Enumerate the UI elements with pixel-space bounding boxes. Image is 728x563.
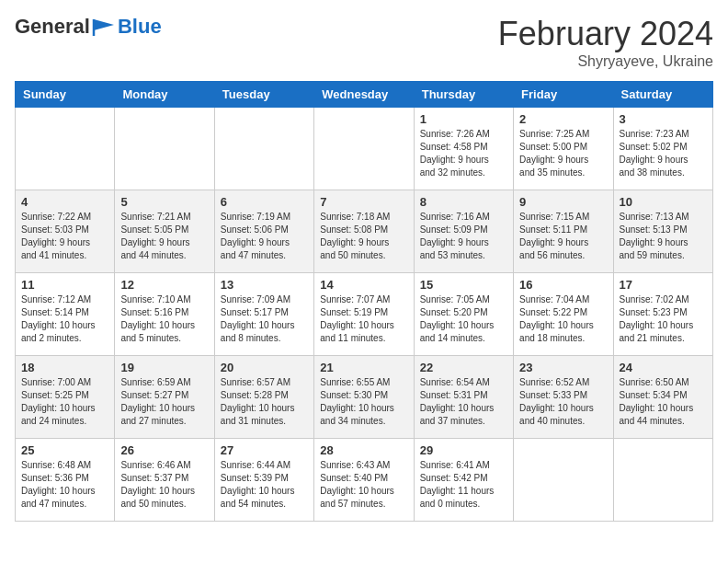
calendar-cell: 26Sunrise: 6:46 AM Sunset: 5:37 PM Dayli… xyxy=(115,439,214,522)
calendar-cell: 23Sunrise: 6:52 AM Sunset: 5:33 PM Dayli… xyxy=(514,356,613,439)
location: Shyryayeve, Ukraine xyxy=(498,53,713,70)
day-number: 9 xyxy=(519,195,607,209)
day-number: 10 xyxy=(620,195,707,209)
calendar-header-row: SundayMondayTuesdayWednesdayThursdayFrid… xyxy=(16,82,713,108)
logo-flag-icon xyxy=(92,17,116,38)
calendar-cell: 1Sunrise: 7:26 AM Sunset: 4:58 PM Daylig… xyxy=(414,108,513,190)
day-number: 19 xyxy=(120,361,208,374)
header-day-saturday: Saturday xyxy=(613,82,712,108)
day-number: 29 xyxy=(420,443,507,457)
day-number: 2 xyxy=(519,112,607,126)
day-info: Sunrise: 7:21 AM Sunset: 5:05 PM Dayligh… xyxy=(120,211,208,262)
day-info: Sunrise: 7:19 AM Sunset: 5:06 PM Dayligh… xyxy=(221,211,308,262)
day-number: 28 xyxy=(320,443,407,457)
day-info: Sunrise: 7:02 AM Sunset: 5:23 PM Dayligh… xyxy=(620,293,707,345)
day-number: 1 xyxy=(420,112,507,126)
calendar-cell: 6Sunrise: 7:19 AM Sunset: 5:06 PM Daylig… xyxy=(214,190,313,273)
day-info: Sunrise: 7:07 AM Sunset: 5:19 PM Dayligh… xyxy=(320,293,407,345)
day-number: 23 xyxy=(519,361,607,374)
day-info: Sunrise: 6:59 AM Sunset: 5:27 PM Dayligh… xyxy=(120,376,208,428)
calendar-cell: 4Sunrise: 7:22 AM Sunset: 5:03 PM Daylig… xyxy=(16,190,115,273)
day-number: 20 xyxy=(221,361,308,374)
calendar-cell xyxy=(613,439,712,522)
day-number: 4 xyxy=(21,195,108,209)
calendar-cell: 2Sunrise: 7:25 AM Sunset: 5:00 PM Daylig… xyxy=(514,108,613,190)
day-number: 11 xyxy=(21,278,108,292)
day-number: 18 xyxy=(21,361,108,374)
calendar-cell: 15Sunrise: 7:05 AM Sunset: 5:20 PM Dayli… xyxy=(414,273,513,356)
calendar-cell: 29Sunrise: 6:41 AM Sunset: 5:42 PM Dayli… xyxy=(414,439,513,522)
day-info: Sunrise: 7:13 AM Sunset: 5:13 PM Dayligh… xyxy=(620,211,707,262)
header-day-wednesday: Wednesday xyxy=(314,82,414,108)
day-number: 7 xyxy=(320,195,407,209)
calendar-cell: 27Sunrise: 6:44 AM Sunset: 5:39 PM Dayli… xyxy=(214,439,313,522)
day-number: 8 xyxy=(420,195,507,209)
day-info: Sunrise: 7:25 AM Sunset: 5:00 PM Dayligh… xyxy=(519,128,607,179)
day-info: Sunrise: 7:23 AM Sunset: 5:02 PM Dayligh… xyxy=(620,128,707,179)
day-info: Sunrise: 6:55 AM Sunset: 5:30 PM Dayligh… xyxy=(320,376,407,428)
calendar-cell: 24Sunrise: 6:50 AM Sunset: 5:34 PM Dayli… xyxy=(613,356,712,439)
calendar-cell: 14Sunrise: 7:07 AM Sunset: 5:19 PM Dayli… xyxy=(314,273,414,356)
calendar-cell: 13Sunrise: 7:09 AM Sunset: 5:17 PM Dayli… xyxy=(214,273,313,356)
calendar-cell xyxy=(16,108,115,190)
day-number: 3 xyxy=(620,112,707,126)
calendar-week-5: 25Sunrise: 6:48 AM Sunset: 5:36 PM Dayli… xyxy=(16,439,713,522)
day-number: 25 xyxy=(21,443,108,457)
day-number: 5 xyxy=(120,195,208,209)
header-day-thursday: Thursday xyxy=(414,82,513,108)
logo: General Blue xyxy=(15,15,162,39)
header-day-tuesday: Tuesday xyxy=(214,82,313,108)
day-info: Sunrise: 7:22 AM Sunset: 5:03 PM Dayligh… xyxy=(21,211,108,262)
day-info: Sunrise: 7:10 AM Sunset: 5:16 PM Dayligh… xyxy=(120,293,208,345)
day-info: Sunrise: 7:09 AM Sunset: 5:17 PM Dayligh… xyxy=(221,293,308,345)
calendar-cell: 3Sunrise: 7:23 AM Sunset: 5:02 PM Daylig… xyxy=(613,108,712,190)
calendar-cell: 7Sunrise: 7:18 AM Sunset: 5:08 PM Daylig… xyxy=(314,190,414,273)
calendar-cell: 11Sunrise: 7:12 AM Sunset: 5:14 PM Dayli… xyxy=(16,273,115,356)
calendar-cell: 21Sunrise: 6:55 AM Sunset: 5:30 PM Dayli… xyxy=(314,356,414,439)
calendar-week-3: 11Sunrise: 7:12 AM Sunset: 5:14 PM Dayli… xyxy=(16,273,713,356)
calendar-week-1: 1Sunrise: 7:26 AM Sunset: 4:58 PM Daylig… xyxy=(16,108,713,190)
month-title: February 2024 xyxy=(498,15,713,53)
calendar-cell: 12Sunrise: 7:10 AM Sunset: 5:16 PM Dayli… xyxy=(115,273,214,356)
day-info: Sunrise: 6:43 AM Sunset: 5:40 PM Dayligh… xyxy=(320,459,407,511)
day-number: 21 xyxy=(320,361,407,374)
day-info: Sunrise: 6:44 AM Sunset: 5:39 PM Dayligh… xyxy=(221,459,308,511)
header-day-sunday: Sunday xyxy=(16,82,115,108)
day-number: 16 xyxy=(519,278,607,292)
calendar-cell: 19Sunrise: 6:59 AM Sunset: 5:27 PM Dayli… xyxy=(115,356,214,439)
calendar-cell: 20Sunrise: 6:57 AM Sunset: 5:28 PM Dayli… xyxy=(214,356,313,439)
page-header: General Blue February 2024 Shyryayeve, U… xyxy=(15,15,713,70)
calendar-cell xyxy=(214,108,313,190)
day-info: Sunrise: 6:50 AM Sunset: 5:34 PM Dayligh… xyxy=(620,376,707,428)
day-info: Sunrise: 7:16 AM Sunset: 5:09 PM Dayligh… xyxy=(420,211,507,262)
calendar-cell: 5Sunrise: 7:21 AM Sunset: 5:05 PM Daylig… xyxy=(115,190,214,273)
day-number: 15 xyxy=(420,278,507,292)
calendar-cell: 17Sunrise: 7:02 AM Sunset: 5:23 PM Dayli… xyxy=(613,273,712,356)
header-day-monday: Monday xyxy=(115,82,214,108)
calendar-cell xyxy=(115,108,214,190)
day-number: 6 xyxy=(221,195,308,209)
calendar-cell xyxy=(514,439,613,522)
day-info: Sunrise: 6:54 AM Sunset: 5:31 PM Dayligh… xyxy=(420,376,507,428)
logo-blue: Blue xyxy=(118,15,162,39)
day-info: Sunrise: 6:52 AM Sunset: 5:33 PM Dayligh… xyxy=(519,376,607,428)
svg-marker-0 xyxy=(94,19,114,30)
logo-general: General xyxy=(15,15,90,38)
calendar-week-2: 4Sunrise: 7:22 AM Sunset: 5:03 PM Daylig… xyxy=(16,190,713,273)
calendar-week-4: 18Sunrise: 7:00 AM Sunset: 5:25 PM Dayli… xyxy=(16,356,713,439)
calendar-table: SundayMondayTuesdayWednesdayThursdayFrid… xyxy=(15,81,713,522)
calendar-cell: 22Sunrise: 6:54 AM Sunset: 5:31 PM Dayli… xyxy=(414,356,513,439)
day-number: 12 xyxy=(120,278,208,292)
day-info: Sunrise: 7:18 AM Sunset: 5:08 PM Dayligh… xyxy=(320,211,407,262)
calendar-cell: 8Sunrise: 7:16 AM Sunset: 5:09 PM Daylig… xyxy=(414,190,513,273)
day-info: Sunrise: 6:57 AM Sunset: 5:28 PM Dayligh… xyxy=(221,376,308,428)
day-number: 26 xyxy=(120,443,208,457)
day-info: Sunrise: 7:04 AM Sunset: 5:22 PM Dayligh… xyxy=(519,293,607,345)
calendar-cell: 25Sunrise: 6:48 AM Sunset: 5:36 PM Dayli… xyxy=(16,439,115,522)
day-info: Sunrise: 7:26 AM Sunset: 4:58 PM Dayligh… xyxy=(420,128,507,179)
day-number: 22 xyxy=(420,361,507,374)
day-info: Sunrise: 7:00 AM Sunset: 5:25 PM Dayligh… xyxy=(21,376,108,428)
day-info: Sunrise: 7:12 AM Sunset: 5:14 PM Dayligh… xyxy=(21,293,108,345)
calendar-cell: 28Sunrise: 6:43 AM Sunset: 5:40 PM Dayli… xyxy=(314,439,414,522)
day-info: Sunrise: 6:46 AM Sunset: 5:37 PM Dayligh… xyxy=(120,459,208,511)
